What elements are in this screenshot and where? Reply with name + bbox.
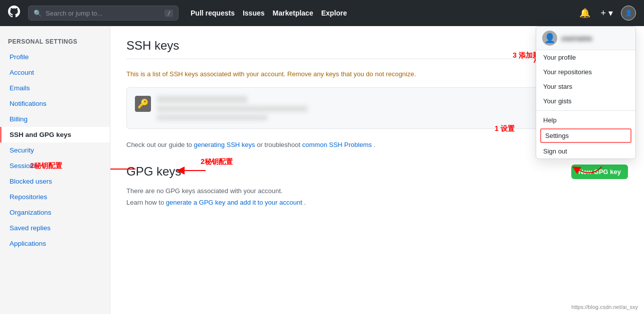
dropdown-menu: 👤 username Your profile Your repositorie… xyxy=(536,26,636,159)
explore-link[interactable]: Explore xyxy=(321,9,347,17)
navbar-links: Pull requests Issues Marketplace Explore xyxy=(191,9,347,17)
search-icon: 🔍 xyxy=(34,10,42,17)
issues-link[interactable]: Issues xyxy=(243,9,265,17)
search-input[interactable] xyxy=(46,10,160,17)
dropdown-avatar: 👤 xyxy=(542,31,557,46)
gpg-learn-link[interactable]: generate a GPG key and add it to your ac… xyxy=(166,199,302,206)
sidebar: Personal settings Profile Account Emails… xyxy=(0,26,110,314)
sidebar-item-organizations[interactable]: Organizations xyxy=(0,205,110,220)
sign-out-link[interactable]: Sign out xyxy=(536,144,635,159)
ssh-key-name xyxy=(157,96,247,103)
gpg-title: GPG keys xyxy=(126,165,181,179)
sidebar-item-security[interactable]: Security xyxy=(0,142,110,158)
sidebar-heading: Personal settings xyxy=(0,34,110,49)
generating-ssh-keys-link[interactable]: generating SSH keys xyxy=(194,141,255,148)
watermark: https://blog.csdn.net/ai_sxy xyxy=(571,304,638,310)
dropdown-header: 👤 username xyxy=(536,27,635,50)
new-gpg-key-button[interactable]: New GPG key xyxy=(571,165,628,179)
ssh-key-fingerprint xyxy=(157,106,307,112)
gpg-learn-text: Learn how to generate a GPG key and add … xyxy=(126,199,628,206)
sidebar-item-account[interactable]: Account xyxy=(0,65,110,80)
sidebar-item-notifications[interactable]: Notifications xyxy=(0,96,110,111)
gpg-empty-text: There are no GPG keys associated with yo… xyxy=(126,187,628,195)
help-link[interactable]: Help xyxy=(536,113,635,127)
sidebar-item-saved-replies[interactable]: Saved replies xyxy=(0,220,110,236)
ssh-key-info xyxy=(157,96,586,120)
gpg-section-header: GPG keys New GPG key xyxy=(126,165,628,179)
sidebar-item-applications[interactable]: Applications xyxy=(0,236,110,251)
sidebar-item-sessions[interactable]: Sessions xyxy=(0,158,110,174)
sidebar-item-billing[interactable]: Billing xyxy=(0,111,110,127)
your-gists-link[interactable]: Your gists xyxy=(536,94,635,108)
sidebar-item-repositories[interactable]: Repositories xyxy=(0,189,110,205)
sidebar-item-emails[interactable]: Emails xyxy=(0,80,110,96)
your-stars-link[interactable]: Your stars xyxy=(536,79,635,94)
navbar-right: 🔔 + ▾ 👤 xyxy=(577,6,636,21)
marketplace-link[interactable]: Marketplace xyxy=(273,9,313,17)
pull-requests-link[interactable]: Pull requests xyxy=(191,9,235,17)
ssh-title: SSH keys xyxy=(126,39,179,53)
sidebar-item-profile[interactable]: Profile xyxy=(0,49,110,65)
search-shortcut: / xyxy=(165,10,173,17)
notifications-button[interactable]: 🔔 xyxy=(577,6,592,21)
your-profile-link[interactable]: Your profile xyxy=(536,50,635,65)
sidebar-item-blocked-users[interactable]: Blocked users xyxy=(0,174,110,189)
ssh-key-icon: 🔑 xyxy=(135,96,151,112)
settings-link[interactable]: Settings xyxy=(540,128,631,143)
sidebar-item-ssh-gpg[interactable]: SSH and GPG keys xyxy=(0,127,110,142)
ssh-key-meta xyxy=(157,115,267,120)
new-item-button[interactable]: + ▾ xyxy=(598,6,615,21)
github-logo[interactable] xyxy=(8,6,20,21)
dropdown-username: username xyxy=(561,35,592,42)
avatar[interactable]: 👤 xyxy=(621,6,636,21)
common-ssh-problems-link[interactable]: common SSH Problems xyxy=(302,141,372,148)
your-repositories-link[interactable]: Your repositories xyxy=(536,65,635,79)
navbar: 🔍 / Pull requests Issues Marketplace Exp… xyxy=(0,0,644,26)
search-box[interactable]: 🔍 / xyxy=(28,6,179,21)
